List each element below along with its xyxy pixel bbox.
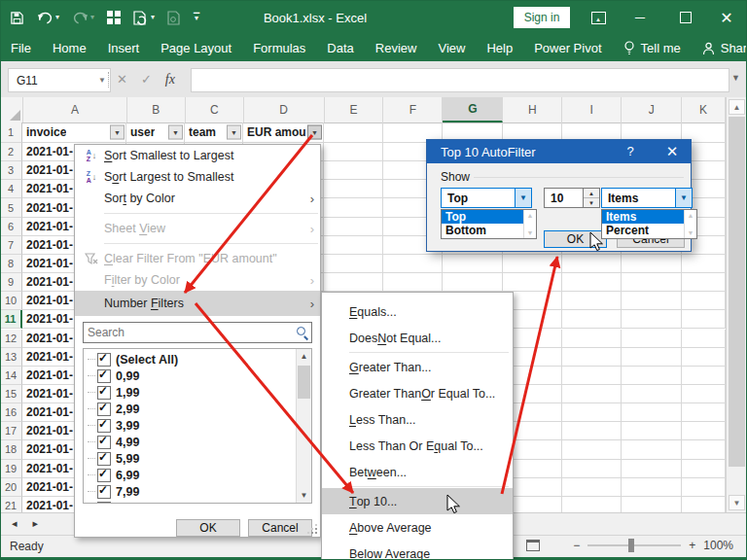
minimize-button[interactable]: ─ (625, 0, 655, 35)
row-header-3[interactable]: 3 (0, 161, 22, 180)
dialog-ok-button[interactable]: OK (544, 230, 607, 248)
cell-I15[interactable] (562, 385, 622, 403)
submenu-item-below-average[interactable]: Below Average (322, 541, 513, 560)
tab-page-layout[interactable]: Page Layout (150, 35, 242, 61)
submenu-item-less-than-or-equal-to[interactable]: Less Than Or Equal To... (322, 433, 513, 459)
cell-E5[interactable] (324, 198, 383, 217)
column-header-K[interactable]: K (682, 97, 726, 122)
resize-grip[interactable] (307, 524, 317, 534)
dialog-title-bar[interactable]: Top 10 AutoFilter (427, 140, 691, 163)
tab-file[interactable]: File (0, 35, 42, 61)
cell-I12[interactable] (562, 330, 622, 348)
column-header-G[interactable]: G (443, 97, 503, 122)
column-header-J[interactable]: J (622, 97, 682, 122)
row-header-13[interactable]: 13 (0, 348, 22, 367)
cell-J17[interactable] (622, 422, 682, 440)
row-header-20[interactable]: 20 (0, 478, 22, 497)
filter-value-row[interactable]: (Select All) (84, 351, 296, 368)
filter-ok-button[interactable]: OK (176, 519, 240, 537)
submenu-item-greater-than-or-equal-to[interactable]: Greater Than Or Equal To... (322, 380, 513, 406)
cell-K19[interactable] (682, 460, 726, 478)
cell-I9[interactable] (562, 273, 622, 292)
submenu-item-above-average[interactable]: Above Average (322, 514, 513, 541)
items-percent-open-list[interactable]: ▲▼ ItemsPercent (601, 209, 697, 239)
cell-J15[interactable] (622, 385, 682, 403)
zoom-level-label[interactable]: 100% (703, 539, 733, 552)
row-header-9[interactable]: 9 (0, 273, 22, 292)
tab-insert[interactable]: Insert (97, 35, 151, 61)
cell-K10[interactable] (682, 292, 726, 310)
tab-home[interactable]: Home (42, 35, 97, 61)
submenu-item-equals[interactable]: Equals... (322, 298, 513, 325)
row-header-16[interactable]: 16 (0, 403, 22, 422)
cell-J9[interactable] (622, 273, 682, 292)
cell-I20[interactable] (562, 478, 622, 497)
cell-J12[interactable] (622, 330, 682, 348)
filter-dropdown-button-team[interactable]: ▼ (227, 125, 241, 140)
top-bottom-combobox[interactable]: Top ▼ (441, 188, 532, 208)
checkbox-checked-icon[interactable] (97, 452, 111, 466)
count-spinner[interactable]: 10 ▲ ▼ (544, 188, 600, 208)
cell-I10[interactable] (562, 292, 622, 310)
cell-J18[interactable] (622, 440, 682, 459)
cell-I19[interactable] (562, 460, 622, 478)
filter-value-row[interactable]: 4,99 (84, 434, 296, 450)
cell-I11[interactable] (562, 310, 622, 329)
filter-search-box[interactable] (83, 322, 312, 343)
cell-I8[interactable] (562, 255, 622, 273)
list-scroll-up-icon[interactable]: ▲ (297, 349, 311, 364)
row-header-6[interactable]: 6 (0, 218, 22, 236)
menu-item-sort-smallest-to-largest[interactable]: AZ↓Sort Smallest to Largest (75, 145, 320, 166)
select-all-corner[interactable] (0, 97, 23, 122)
formula-input[interactable] (191, 68, 729, 92)
cell-A1[interactable]: invoice▼ (22, 122, 126, 143)
cell-K13[interactable] (682, 348, 726, 367)
cell-E6[interactable] (324, 218, 383, 236)
cell-E1[interactable] (324, 122, 383, 143)
cell-F8[interactable] (383, 255, 443, 273)
search-input[interactable] (84, 326, 294, 339)
cell-J16[interactable] (622, 403, 682, 422)
cell-K11[interactable] (682, 310, 726, 329)
row-header-19[interactable]: 19 (0, 460, 22, 478)
cell-I14[interactable] (562, 367, 622, 385)
column-header-B[interactable]: B (127, 97, 186, 122)
cell-I17[interactable] (562, 422, 622, 440)
checkbox-checked-icon[interactable] (97, 353, 111, 367)
submenu-item-greater-than[interactable]: Greater Than... (322, 354, 513, 380)
cell-J13[interactable] (622, 348, 682, 367)
page-layout-icon[interactable] (526, 540, 540, 551)
cell-E8[interactable] (324, 255, 383, 273)
cell-C1[interactable]: team▼ (185, 122, 243, 143)
tab-power-pivot[interactable]: Power Pivot (523, 35, 612, 61)
maximize-button[interactable] (671, 0, 700, 35)
zoom-slider-thumb[interactable] (628, 539, 634, 552)
checkbox-checked-icon[interactable] (97, 436, 111, 449)
zoom-out-icon[interactable]: − (573, 539, 580, 552)
row-header-2[interactable]: 2 (0, 143, 22, 161)
confirm-entry-icon[interactable]: ✓ (141, 72, 152, 87)
search-icon[interactable] (294, 325, 311, 340)
cell-E9[interactable] (324, 273, 383, 292)
filter-value-row[interactable]: 0,99 (84, 368, 296, 384)
column-header-D[interactable]: D (244, 97, 325, 122)
filter-value-row[interactable]: 2,99 (84, 401, 296, 417)
cell-K9[interactable] (682, 273, 726, 292)
filter-value-row[interactable]: 3,99 (84, 417, 296, 434)
cell-I13[interactable] (562, 348, 622, 367)
top-bottom-open-list[interactable]: ▲▼ TopBottom (441, 209, 537, 239)
combo-dropdown-icon[interactable]: ▼ (515, 189, 531, 207)
checkbox-checked-icon[interactable] (97, 369, 111, 383)
row-header-4[interactable]: 4 (0, 180, 22, 198)
cell-B1[interactable]: user▼ (126, 122, 185, 143)
ribbon-display-options-icon[interactable]: ▴ (584, 0, 613, 35)
close-button[interactable]: ✕ (712, 0, 741, 35)
cell-E7[interactable] (324, 236, 383, 255)
scroll-up-icon[interactable]: ▲ (729, 99, 745, 115)
tab-formulas[interactable]: Formulas (242, 35, 316, 61)
row-header-11[interactable]: 11 (0, 310, 22, 329)
dialog-close-icon[interactable]: ✕ (662, 143, 682, 160)
row-header-14[interactable]: 14 (0, 367, 22, 385)
list-scroll-down-icon[interactable]: ▼ (297, 488, 311, 503)
cell-I18[interactable] (562, 440, 622, 459)
